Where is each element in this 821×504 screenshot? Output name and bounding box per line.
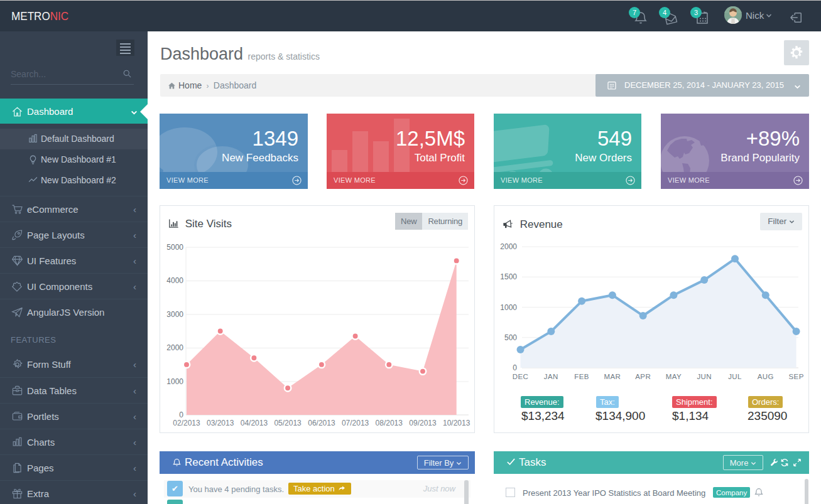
svg-text:APR: APR (635, 373, 651, 380)
svg-text:07/2013: 07/2013 (342, 419, 369, 427)
svg-text:JUN: JUN (697, 373, 712, 380)
svg-text:MAR: MAR (604, 373, 621, 380)
svg-text:03/2013: 03/2013 (207, 419, 234, 427)
svg-text:2000: 2000 (500, 242, 517, 251)
svg-text:500: 500 (504, 333, 517, 342)
svg-text:AUG: AUG (758, 373, 774, 380)
svg-text:06/2013: 06/2013 (308, 419, 335, 427)
svg-text:DEC: DEC (513, 373, 528, 380)
svg-text:JUL: JUL (728, 373, 742, 380)
svg-text:MAY: MAY (666, 373, 682, 380)
svg-text:4000: 4000 (166, 276, 183, 285)
svg-text:09/2013: 09/2013 (409, 419, 437, 427)
svg-text:08/2013: 08/2013 (376, 419, 403, 427)
svg-text:5000: 5000 (166, 243, 183, 252)
svg-text:JAN: JAN (544, 373, 558, 380)
svg-text:1500: 1500 (500, 272, 517, 281)
svg-text:04/2013: 04/2013 (241, 419, 268, 427)
svg-text:1000: 1000 (166, 377, 183, 386)
svg-text:02/2013: 02/2013 (173, 419, 200, 427)
svg-text:0: 0 (179, 410, 183, 419)
svg-text:1000: 1000 (500, 303, 517, 312)
svg-text:0: 0 (513, 363, 517, 372)
svg-text:10/2013: 10/2013 (443, 419, 470, 427)
svg-text:2000: 2000 (166, 343, 183, 352)
svg-text:3000: 3000 (166, 310, 183, 319)
svg-text:FEB: FEB (574, 373, 589, 380)
svg-text:05/2013: 05/2013 (274, 419, 302, 427)
svg-text:SEP: SEP (788, 373, 803, 380)
